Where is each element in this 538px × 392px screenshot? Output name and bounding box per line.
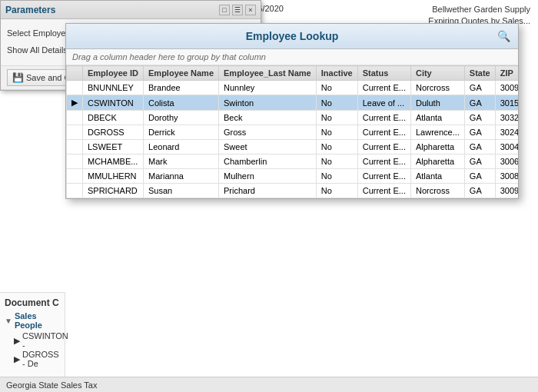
cell-employee-name: Mark <box>144 154 219 169</box>
cell-city: Norcross <box>410 184 464 198</box>
col-status[interactable]: Status <box>357 66 410 81</box>
cell-inactive: No <box>316 125 357 140</box>
cell-last-name: Swinton <box>219 95 317 111</box>
table-row[interactable]: MMULHERNMariannaMulhernNoCurrent E...Atl… <box>67 169 519 184</box>
cell-employee-id: LSWEET <box>83 140 144 154</box>
table-row[interactable]: LSWEETLeonardSweetNoCurrent E...Alpharet… <box>67 140 519 154</box>
cell-zip: 30245-1209 <box>495 125 518 140</box>
cell-status: Current E... <box>357 125 410 140</box>
cell-status: Current E... <box>357 111 410 125</box>
cell-zip: 30049 <box>495 140 518 154</box>
col-employee-name[interactable]: Employee Name <box>144 66 219 81</box>
table-row[interactable]: BNUNNLEYBrandeeNunnleyNoCurrent E...Norc… <box>67 81 519 95</box>
lookup-title: Employee Lookup <box>246 30 339 42</box>
cell-city: Atlanta <box>410 111 464 125</box>
document-label: Document C <box>5 297 60 308</box>
pin-button[interactable]: ☰ <box>232 5 243 15</box>
row-indicator-cell <box>67 154 83 169</box>
cell-zip: 30085-1305 <box>495 169 518 184</box>
col-state[interactable]: State <box>464 66 495 81</box>
cell-status: Current E... <box>357 154 410 169</box>
cell-last-name: Chamberlin <box>219 154 317 169</box>
cell-zip: 30066-4557 <box>495 154 518 169</box>
cell-employee-name: Colista <box>144 95 219 111</box>
cell-city: Norcross <box>410 81 464 95</box>
col-employee-id[interactable]: Employee ID <box>83 66 144 81</box>
lookup-search-icon[interactable]: 🔍 <box>497 30 510 42</box>
row-indicator-cell <box>67 81 83 95</box>
table-row[interactable]: MCHAMBE...MarkChamberlinNoCurrent E...Al… <box>67 154 519 169</box>
cell-zip: 30325 <box>495 111 518 125</box>
cell-last-name: Nunnley <box>219 81 317 95</box>
cell-employee-name: Susan <box>144 184 219 198</box>
cell-employee-id: MMULHERN <box>83 169 144 184</box>
table-row[interactable]: DBECKDorothyBeckNoCurrent E...AtlantaGA3… <box>67 111 519 125</box>
cell-zip: 30093 <box>495 81 518 95</box>
cell-inactive: No <box>316 184 357 198</box>
cell-inactive: No <box>316 154 357 169</box>
cell-inactive: No <box>316 111 357 125</box>
cell-employee-id: DBECK <box>83 111 144 125</box>
col-zip[interactable]: ZIP <box>495 66 518 81</box>
cell-state: GA <box>464 169 495 184</box>
cell-last-name: Mulhern <box>219 169 317 184</box>
sales-people-section[interactable]: ▼ Sales People <box>5 311 60 330</box>
table-header: Employee ID Employee Name Employee_Last … <box>67 66 519 81</box>
cell-state: GA <box>464 95 495 111</box>
left-panel: Document C ▼ Sales People ▶ CSWINTON - ▶… <box>0 292 65 377</box>
close-button[interactable]: × <box>245 5 256 15</box>
cell-state: GA <box>464 154 495 169</box>
lookup-table: Employee ID Employee Name Employee_Last … <box>66 65 518 198</box>
cell-employee-id: CSWINTON <box>83 95 144 111</box>
col-city[interactable]: City <box>410 66 464 81</box>
cell-status: Current E... <box>357 184 410 198</box>
cell-zip: 30093 <box>495 184 518 198</box>
section-expand-icon: ▼ <box>5 317 12 325</box>
cell-employee-id: MCHAMBE... <box>83 154 144 169</box>
cell-last-name: Gross <box>219 125 317 140</box>
status-bar: Georgia State Sales Tax <box>0 377 538 392</box>
cell-employee-id: SPRICHARD <box>83 184 144 198</box>
cell-last-name: Beck <box>219 111 317 125</box>
cell-state: GA <box>464 111 495 125</box>
cell-last-name: Prichard <box>219 184 317 198</box>
cell-state: GA <box>464 125 495 140</box>
cell-employee-name: Marianna <box>144 169 219 184</box>
cell-state: GA <box>464 81 495 95</box>
cell-inactive: No <box>316 95 357 111</box>
cell-city: Alpharetta <box>410 140 464 154</box>
row-indicator-cell <box>67 111 83 125</box>
cell-employee-name: Derrick <box>144 125 219 140</box>
lookup-table-body: BNUNNLEYBrandeeNunnleyNoCurrent E...Norc… <box>67 81 519 198</box>
cell-employee-name: Dorothy <box>144 111 219 125</box>
lookup-table-container[interactable]: Employee ID Employee Name Employee_Last … <box>66 65 518 198</box>
cell-employee-name: Brandee <box>144 81 219 95</box>
cell-inactive: No <box>316 81 357 95</box>
tree-arrow-icon-2: ▶ <box>14 354 20 364</box>
row-indicator-cell <box>67 169 83 184</box>
parameters-title: Parameters <box>5 5 55 15</box>
col-last-name[interactable]: Employee_Last Name <box>219 66 317 81</box>
cell-city: Alpharetta <box>410 154 464 169</box>
tree-item-dgross[interactable]: ▶ DGROSS - De <box>5 350 60 368</box>
row-indicator-cell <box>67 184 83 198</box>
cell-employee-id: DGROSS <box>83 125 144 140</box>
cell-city: Atlanta <box>410 169 464 184</box>
cell-status: Current E... <box>357 81 410 95</box>
cell-status: Leave of ... <box>357 95 410 111</box>
lookup-header: Employee Lookup 🔍 <box>66 24 518 49</box>
cell-zip: 30155 <box>495 95 518 111</box>
restore-button[interactable]: □ <box>219 5 230 15</box>
table-row[interactable]: ▶CSWINTONColistaSwintonNoLeave of ...Dul… <box>67 95 519 111</box>
row-indicator-cell <box>67 140 83 154</box>
table-row[interactable]: SPRICHARDSusanPrichardNoCurrent E...Norc… <box>67 184 519 198</box>
cell-status: Current E... <box>357 169 410 184</box>
row-indicator-cell <box>67 125 83 140</box>
status-text: Georgia State Sales Tax <box>6 380 97 390</box>
cell-status: Current E... <box>357 140 410 154</box>
cell-last-name: Sweet <box>219 140 317 154</box>
tree-item-cswinton[interactable]: ▶ CSWINTON - <box>5 331 60 350</box>
col-inactive[interactable]: Inactive <box>316 66 357 81</box>
table-row[interactable]: DGROSSDerrickGrossNoCurrent E...Lawrence… <box>67 125 519 140</box>
lookup-dialog: Employee Lookup 🔍 Drag a column header h… <box>65 23 519 199</box>
